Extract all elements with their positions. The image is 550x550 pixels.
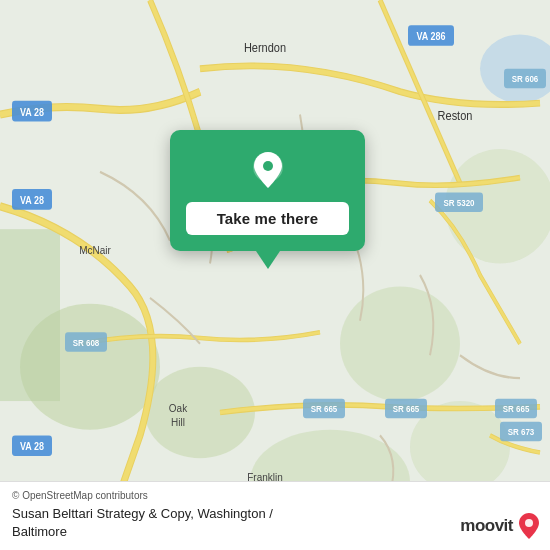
moovit-pin-icon [518,512,540,540]
svg-text:SR 608: SR 608 [73,338,100,349]
moovit-label: moovit [460,516,513,536]
svg-text:Herndon: Herndon [244,40,286,55]
location-sub: Baltimore [12,524,67,539]
moovit-logo: moovit [460,512,540,540]
map-background: VA 28 VA 28 VA 28 VA 28 VA 286 SR 608 SR… [0,0,550,550]
svg-text:SR 665: SR 665 [393,404,420,415]
svg-text:SR 665: SR 665 [311,404,338,415]
svg-point-3 [340,286,460,401]
svg-text:Hill: Hill [171,416,185,429]
svg-text:VA 28: VA 28 [20,106,45,118]
svg-text:Oak: Oak [169,402,188,415]
svg-text:SR 665: SR 665 [503,404,530,415]
map-pin-icon [246,148,290,192]
svg-text:VA 286: VA 286 [417,31,447,43]
map-container: VA 28 VA 28 VA 28 VA 28 VA 286 SR 608 SR… [0,0,550,550]
osm-attribution: © OpenStreetMap contributors [12,490,538,501]
svg-text:McNair: McNair [79,244,111,257]
svg-point-44 [263,161,273,171]
bottom-bar: © OpenStreetMap contributors Susan Beltt… [0,481,550,550]
svg-text:SR 5320: SR 5320 [443,198,474,209]
location-card: Take me there [170,130,365,251]
svg-text:SR 673: SR 673 [508,427,535,438]
svg-rect-4 [0,229,60,401]
svg-point-45 [525,519,533,527]
svg-text:SR 606: SR 606 [512,74,539,85]
location-name: Susan Belttari Strategy & Copy, Washingt… [12,506,273,521]
take-me-there-button[interactable]: Take me there [186,202,349,235]
svg-text:Reston: Reston [438,109,473,124]
svg-text:VA 28: VA 28 [20,194,45,206]
svg-text:VA 28: VA 28 [20,441,45,453]
